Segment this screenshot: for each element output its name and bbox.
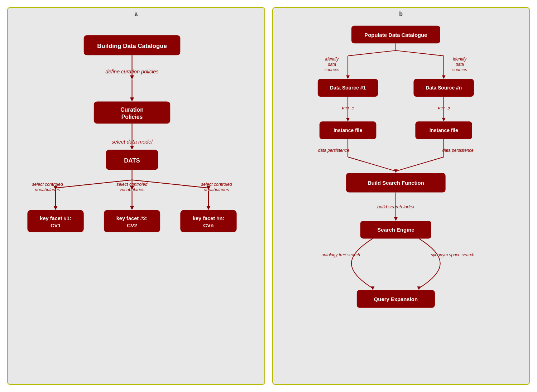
svg-line-47: [395, 50, 443, 56]
svg-text:Search Engine: Search Engine: [377, 227, 414, 233]
svg-marker-66: [442, 118, 445, 121]
svg-text:data: data: [455, 62, 464, 67]
svg-marker-11: [130, 146, 134, 150]
svg-text:vocabularies: vocabularies: [35, 187, 60, 192]
svg-text:Building Data Catalogue: Building Data Catalogue: [97, 43, 167, 49]
svg-marker-6: [130, 97, 134, 101]
svg-text:Build Search Function: Build Search Function: [368, 180, 424, 186]
svg-text:identify: identify: [453, 57, 467, 62]
svg-marker-3: [130, 76, 134, 79]
svg-text:sources: sources: [452, 67, 467, 72]
svg-text:key facet #n:: key facet #n:: [193, 216, 224, 221]
svg-text:Curation: Curation: [120, 107, 144, 113]
panel-b-label: b: [399, 11, 403, 17]
svg-text:select data model: select data model: [111, 139, 153, 145]
svg-text:Data Source #n: Data Source #n: [426, 85, 462, 91]
svg-text:select controled: select controled: [32, 182, 63, 187]
svg-text:CV2: CV2: [127, 223, 137, 228]
svg-text:Data Source #1: Data Source #1: [330, 85, 365, 91]
svg-marker-63: [346, 118, 350, 121]
svg-text:Query Expansion: Query Expansion: [374, 296, 417, 302]
svg-line-77: [395, 157, 443, 171]
svg-marker-29: [53, 206, 57, 210]
svg-text:Populate Data Catalogue: Populate Data Catalogue: [364, 32, 427, 38]
svg-text:define curation policies: define curation policies: [105, 69, 158, 74]
svg-text:ETL-1: ETL-1: [341, 106, 354, 111]
svg-marker-57: [442, 76, 445, 79]
svg-marker-88: [371, 286, 374, 290]
svg-text:build search index: build search index: [377, 204, 414, 209]
diagram-a: Building Data Catalogue define curation …: [15, 15, 257, 377]
panel-b: b Populate Data Catalogue identify data …: [272, 7, 530, 385]
svg-marker-82: [394, 217, 397, 221]
svg-text:ontology tree search: ontology tree search: [321, 252, 360, 257]
svg-text:data persistence: data persistence: [318, 148, 349, 153]
panel-a: a Building Data Catalogue define curatio…: [7, 7, 265, 385]
svg-marker-31: [130, 206, 134, 210]
svg-line-46: [348, 50, 396, 56]
main-container: a Building Data Catalogue define curatio…: [7, 7, 530, 385]
svg-text:instance file: instance file: [334, 127, 362, 133]
svg-text:select controled: select controled: [201, 182, 232, 187]
panel-a-label: a: [134, 11, 138, 17]
svg-text:identify: identify: [325, 57, 339, 62]
svg-text:key facet #1:: key facet #1:: [40, 216, 71, 221]
svg-text:synonym space search: synonym space search: [431, 252, 474, 257]
svg-text:sources: sources: [324, 67, 339, 72]
svg-text:DATS: DATS: [124, 157, 140, 164]
svg-text:CV1: CV1: [51, 223, 61, 228]
svg-marker-55: [346, 76, 350, 79]
svg-marker-89: [417, 286, 421, 290]
diagram-b: Populate Data Catalogue identify data so…: [280, 15, 522, 377]
svg-text:Policies: Policies: [121, 114, 143, 120]
svg-marker-33: [206, 206, 210, 210]
svg-text:data persistence: data persistence: [442, 148, 474, 153]
svg-text:instance file: instance file: [429, 127, 458, 133]
svg-line-74: [348, 157, 396, 171]
svg-text:ETL-2: ETL-2: [437, 106, 450, 111]
svg-text:vocabularies: vocabularies: [204, 187, 229, 192]
svg-text:select controled: select controled: [116, 182, 148, 187]
svg-text:data: data: [327, 62, 336, 67]
svg-text:CVn: CVn: [203, 223, 214, 228]
svg-text:key facet #2:: key facet #2:: [116, 216, 148, 221]
